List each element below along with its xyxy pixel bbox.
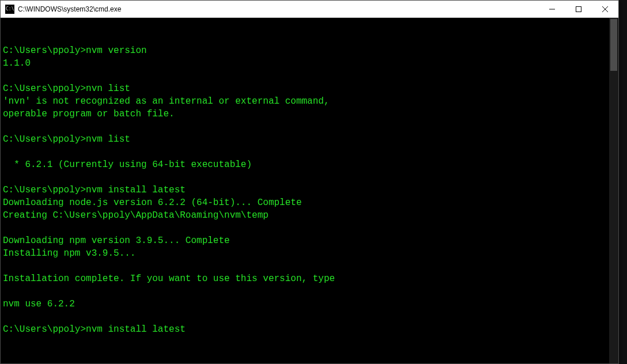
terminal-output[interactable]: C:\Users\ppoly>nvm version 1.1.0 C:\User…: [1, 18, 609, 363]
svg-rect-1: [576, 6, 581, 12]
cmd-window: C:\WINDOWS\system32\cmd.exe C:\Users\ppo…: [0, 0, 619, 364]
scrollbar-thumb[interactable]: [610, 19, 617, 71]
scrollbar[interactable]: [609, 18, 618, 363]
titlebar[interactable]: C:\WINDOWS\system32\cmd.exe: [1, 1, 618, 18]
window-title: C:\WINDOWS\system32\cmd.exe: [18, 5, 539, 13]
close-button[interactable]: [592, 1, 618, 17]
maximize-button[interactable]: [565, 1, 592, 17]
cmd-icon: [5, 5, 14, 14]
minimize-button[interactable]: [539, 1, 565, 17]
